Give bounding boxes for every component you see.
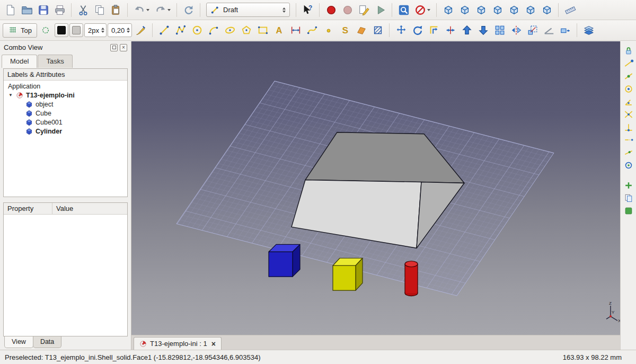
combo-view-titlebar[interactable]: Combo View × [0,41,131,54]
draft-hatch-button[interactable] [370,23,385,38]
workbench-selector[interactable]: Draft [206,3,290,17]
draft-scale-icon [527,24,538,36]
draft-trimex-button[interactable] [443,23,458,38]
snap-special-icon[interactable] [623,160,634,171]
draft-shapestring-button[interactable] [337,23,352,38]
snap-center-icon[interactable] [623,84,634,94]
redo-button[interactable] [153,2,173,17]
text-scale-spinbox[interactable]: 0,20 [108,23,132,37]
draft-ellipse-button[interactable] [222,23,237,38]
draft-polyline-button[interactable] [173,23,188,38]
macro-record-button[interactable] [323,2,339,17]
draft-point-button[interactable] [321,23,336,38]
draw-style-dropdown-icon[interactable] [427,9,430,11]
view-bottom-button[interactable] [523,2,538,17]
autogroup-button[interactable] [38,23,54,38]
open-document-button[interactable] [19,2,34,17]
view-top-button[interactable] [473,2,489,17]
undo-dropdown-icon[interactable] [146,9,149,11]
tab-data[interactable]: Data [33,336,61,348]
draft-rotate-button[interactable] [410,23,425,38]
draft-move-button[interactable] [393,23,409,38]
measure-button[interactable] [562,2,578,17]
save-button[interactable] [36,2,51,17]
apply-style-button[interactable] [133,23,148,38]
draft-scale-button[interactable] [525,23,540,38]
draft-rectangle-button[interactable] [255,23,270,38]
view-axonometric-button[interactable] [440,2,456,17]
tree-item-cube[interactable]: Cube [4,109,127,118]
draft-arc-button[interactable] [206,23,221,38]
snap-lock-icon[interactable] [623,46,634,56]
tab-model[interactable]: Model [2,55,37,68]
line-width-spinbox[interactable]: 2px [84,23,107,37]
view-left-button[interactable] [539,2,554,17]
dock-close-button[interactable]: × [120,44,127,51]
draft-bspline-button[interactable] [304,23,320,38]
working-plane-button[interactable]: Top [3,23,37,38]
snap-grid-toggle-icon[interactable] [623,180,634,191]
text-scale-spin-arrows[interactable] [127,28,130,33]
macro-stop-button[interactable] [340,2,355,17]
tab-tasks[interactable]: Tasks [38,55,72,68]
draft-dimension-button[interactable] [288,23,303,38]
macro-edit-button[interactable] [356,2,372,17]
snap-perpendicular-icon[interactable] [623,122,634,132]
tree-item-document[interactable]: ▼ T13-ejemplo-ini [4,91,127,100]
draft-offset-button[interactable] [426,23,441,38]
draft-layer-button[interactable] [581,23,596,38]
tree-root-application[interactable]: Application [4,82,127,91]
cube-shape[interactable] [269,244,300,277]
document-tab[interactable]: T13-ejemplo-ini : 1 × [134,337,222,350]
snap-angle-icon[interactable] [623,96,634,107]
paste-button[interactable] [108,2,123,17]
line-color-button[interactable] [55,23,68,37]
print-button[interactable] [52,2,67,17]
cut-button[interactable] [75,2,91,17]
redo-dropdown-icon[interactable] [167,9,171,11]
refresh-button[interactable] [181,2,196,17]
snap-near-icon[interactable] [623,147,634,158]
snap-intersection-icon[interactable] [623,109,634,120]
snap-working-plane-icon[interactable] [623,193,634,203]
draft-stretch-button[interactable] [558,23,573,38]
undo-button[interactable] [131,2,152,17]
draft-array-button[interactable] [492,23,507,38]
snap-endpoint-icon[interactable] [623,58,634,69]
new-document-button[interactable] [3,2,18,17]
snap-extension-icon[interactable] [623,135,634,145]
draft-text-button[interactable] [271,23,287,38]
snap-dimensions-icon[interactable] [623,206,634,216]
draft-line-button[interactable] [156,23,172,38]
tree-item-cylinder[interactable]: Cylinder [4,127,127,136]
draft-polygon-button[interactable] [238,23,254,38]
macro-execute-button[interactable] [373,2,388,17]
line-width-spin-arrows[interactable] [101,28,104,33]
dock-float-button[interactable] [110,44,118,51]
copy-button[interactable] [92,2,107,17]
draft-downgrade-button[interactable] [475,23,491,38]
face-color-button[interactable] [69,23,83,37]
snap-midpoint-icon[interactable] [623,71,634,82]
tree-item-cube001[interactable]: Cube001 [4,118,127,127]
tree-item-object[interactable]: object [4,100,127,109]
view-rear-button[interactable] [506,2,522,17]
draft-circle-button[interactable] [189,23,205,38]
draft-upgrade-button[interactable] [459,23,474,38]
expand-arrow-icon[interactable]: ▼ [8,93,13,97]
draw-style-button[interactable] [412,2,432,17]
draft-slope-button[interactable] [541,23,556,38]
cube001-shape[interactable] [333,258,363,290]
tab-view[interactable]: View [4,336,33,348]
model-tree[interactable]: Application ▼ T13-ejemplo-ini object Cub… [4,81,127,197]
property-editor-body[interactable] [4,215,127,336]
fit-all-button[interactable] [396,2,411,17]
whats-this-button[interactable] [300,2,315,17]
view-front-button[interactable] [457,2,472,17]
cylinder-shape[interactable] [405,261,418,296]
draft-mirror-button[interactable] [508,23,524,38]
3d-viewport[interactable]: Z Y X [131,41,620,335]
draft-facebinder-button[interactable] [354,23,369,38]
view-right-button[interactable] [490,2,505,17]
document-tab-close-icon[interactable]: × [211,340,216,348]
